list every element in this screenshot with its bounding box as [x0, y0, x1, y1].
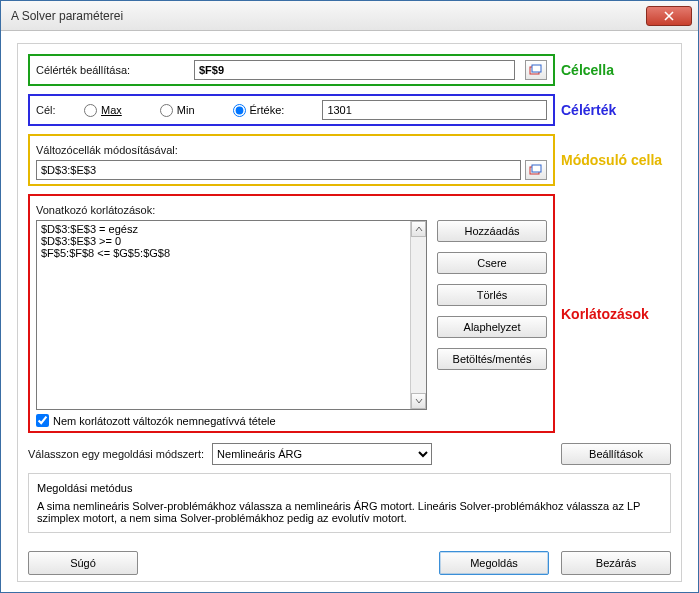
titlebar: A Solver paraméterei — [1, 1, 698, 31]
changing-label: Változócellák módosításával: — [36, 144, 178, 156]
objective-value-input[interactable] — [322, 100, 547, 120]
change-constraint-button[interactable]: Csere — [437, 252, 547, 274]
constraints-listbox[interactable]: $D$3:$E$3 = egész $D$3:$E$3 >= 0 $F$5:$F… — [36, 220, 427, 410]
description-body: A sima nemlineáris Solver-problémákhoz v… — [37, 500, 662, 524]
nonneg-label: Nem korlátozott változók nemnegatívvá té… — [53, 415, 276, 427]
changing-cells-input[interactable] — [36, 160, 521, 180]
radio-min[interactable]: Min — [160, 104, 195, 117]
changing-row: Változócellák módosításával: Módosuló ce… — [28, 134, 671, 186]
constraint-item[interactable]: $D$3:$E$3 = egész — [41, 223, 422, 235]
objective-label: Cél: — [36, 104, 76, 116]
target-row: Célérték beállítása: Célcella — [28, 54, 671, 86]
listbox-scrollbar[interactable] — [410, 221, 426, 409]
svg-rect-3 — [532, 165, 541, 172]
description-panel: Megoldási metódus A sima nemlineáris Sol… — [28, 473, 671, 533]
options-button[interactable]: Beállítások — [561, 443, 671, 465]
delete-constraint-button[interactable]: Törlés — [437, 284, 547, 306]
window-title: A Solver paraméterei — [11, 9, 646, 23]
radio-value-of[interactable]: Értéke: — [233, 104, 285, 117]
target-label: Célérték beállítása: — [36, 64, 186, 76]
objective-annotation: Célérték — [561, 102, 671, 118]
range-picker-icon — [529, 63, 543, 77]
close-button[interactable] — [646, 6, 692, 26]
reset-button[interactable]: Alaphelyzet — [437, 316, 547, 338]
dialog-content: Célérték beállítása: Célcella Cél: Max M… — [17, 43, 682, 582]
method-select[interactable]: Nemlineáris ÁRG — [212, 443, 432, 465]
svg-rect-1 — [532, 65, 541, 72]
constraints-box: Vonatkozó korlátozások: $D$3:$E$3 = egés… — [28, 194, 555, 433]
solve-button[interactable]: Megoldás — [439, 551, 549, 575]
constraints-button-column: Hozzáadás Csere Törlés Alaphelyzet Betöl… — [437, 220, 547, 410]
changing-annotation: Módosuló cella — [561, 152, 671, 168]
dialog-footer: Súgó Megoldás Bezárás — [28, 551, 671, 575]
constraint-item[interactable]: $F$5:$F$8 <= $G$5:$G$8 — [41, 247, 422, 259]
radio-max[interactable]: Max — [84, 104, 122, 117]
changing-box: Változócellák módosításával: — [28, 134, 555, 186]
target-cell-input[interactable] — [194, 60, 515, 80]
range-picker-button[interactable] — [525, 60, 547, 80]
scroll-down-button[interactable] — [411, 393, 426, 409]
add-constraint-button[interactable]: Hozzáadás — [437, 220, 547, 242]
constraints-annotation: Korlátozások — [561, 306, 671, 322]
chevron-down-icon — [415, 397, 423, 405]
range-picker-icon — [529, 163, 543, 177]
close-dialog-button[interactable]: Bezárás — [561, 551, 671, 575]
close-icon — [664, 11, 674, 21]
nonneg-checkbox-row[interactable]: Nem korlátozott változók nemnegatívvá té… — [36, 414, 547, 427]
constraints-row: Vonatkozó korlátozások: $D$3:$E$3 = egés… — [28, 194, 671, 433]
range-picker-button-2[interactable] — [525, 160, 547, 180]
objective-box: Cél: Max Min Értéke: — [28, 94, 555, 126]
nonneg-checkbox[interactable] — [36, 414, 49, 427]
help-button[interactable]: Súgó — [28, 551, 138, 575]
method-label: Válasszon egy megoldási módszert: — [28, 448, 204, 460]
chevron-up-icon — [415, 225, 423, 233]
scroll-up-button[interactable] — [411, 221, 426, 237]
target-box: Célérték beállítása: — [28, 54, 555, 86]
solver-parameters-window: A Solver paraméterei Célérték beállítása… — [0, 0, 699, 593]
method-row: Válasszon egy megoldási módszert: Nemlin… — [28, 443, 671, 465]
target-annotation: Célcella — [561, 62, 671, 78]
constraint-item[interactable]: $D$3:$E$3 >= 0 — [41, 235, 422, 247]
description-title: Megoldási metódus — [37, 482, 662, 494]
objective-row: Cél: Max Min Értéke: Célérték — [28, 94, 671, 126]
constraints-label: Vonatkozó korlátozások: — [36, 204, 155, 216]
load-save-button[interactable]: Betöltés/mentés — [437, 348, 547, 370]
